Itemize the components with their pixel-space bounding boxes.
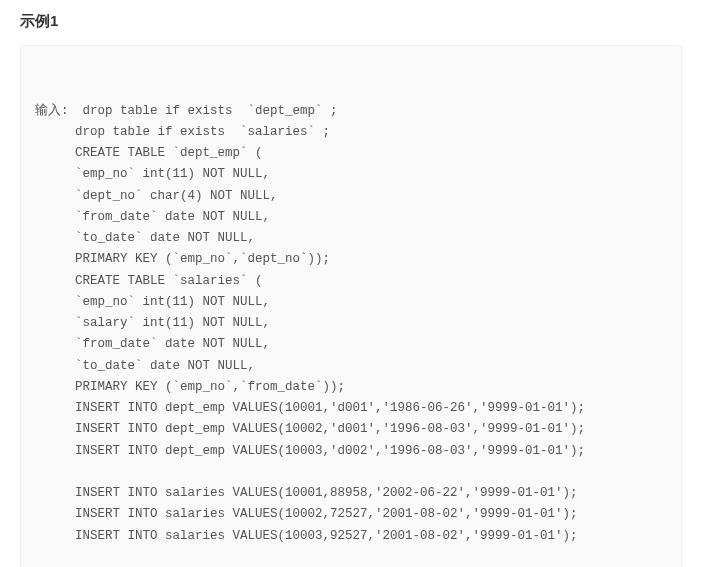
example-heading: 示例1 — [20, 12, 682, 31]
input-section: 输入: drop table if exists `dept_emp` ; dr… — [35, 101, 667, 547]
input-label: 输入: — [35, 101, 75, 122]
example-code-block: 输入: drop table if exists `dept_emp` ; dr… — [20, 45, 682, 567]
input-content: drop table if exists `dept_emp` ; drop t… — [75, 101, 667, 547]
